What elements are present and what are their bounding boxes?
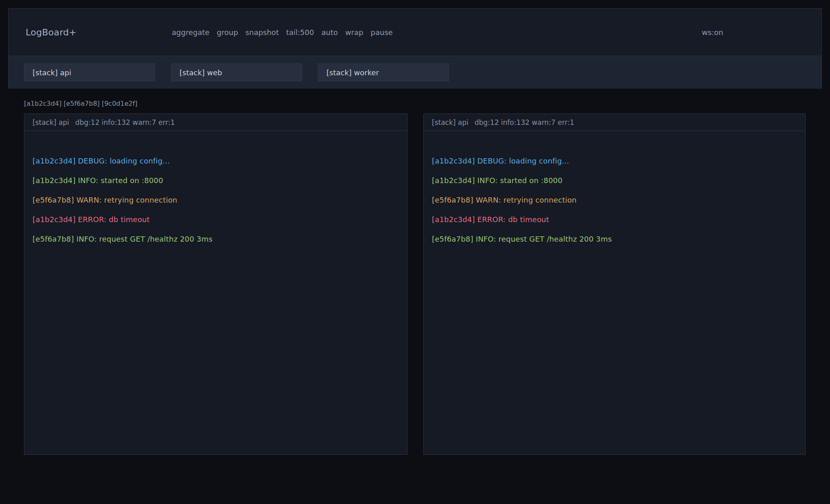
panel-counters: dbg:12 info:132 warn:7 err:1 (475, 118, 574, 127)
log-line: [a1b2c3d4] DEBUG: loading config... (432, 151, 797, 171)
tab-stack-api[interactable]: [stack] api (24, 63, 155, 81)
log-line: [a1b2c3d4] DEBUG: loading config... (33, 151, 399, 171)
log-line: [a1b2c3d4] INFO: started on :8000 (33, 171, 399, 190)
menu-item-pause[interactable]: pause (371, 28, 393, 37)
ws-status: ws:on (702, 9, 723, 56)
log-line: [a1b2c3d4] INFO: started on :8000 (432, 171, 797, 190)
menu-item-auto[interactable]: auto (321, 28, 338, 37)
log-panel-right-body[interactable]: [a1b2c3d4] DEBUG: loading config... [a1b… (424, 131, 805, 454)
panel-title: [stack] api (33, 118, 69, 127)
log-line: [e5f6a7b8] WARN: retrying connection (432, 190, 797, 210)
menu-item-group[interactable]: group (217, 28, 238, 37)
log-panel-left-body[interactable]: [a1b2c3d4] DEBUG: loading config... [a1b… (24, 131, 407, 454)
log-panel-left: [stack] api dbg:12 info:132 warn:7 err:1… (24, 113, 407, 455)
trace-id-row: [a1b2c3d4] [e5f6a7b8] [9c0d1e2f] (24, 100, 138, 108)
topbar: LogBoard+ aggregate group snapshot tail:… (8, 8, 822, 89)
panel-title: [stack] api (432, 118, 469, 127)
menu-item-snapshot[interactable]: snapshot (245, 28, 279, 37)
app-title: LogBoard+ (26, 9, 77, 56)
panel-counters: dbg:12 info:132 warn:7 err:1 (75, 118, 175, 127)
menu-item-wrap[interactable]: wrap (345, 28, 364, 37)
toolbar-menu: aggregate group snapshot tail:500 auto w… (172, 9, 393, 56)
log-line: [a1b2c3d4] ERROR: db timeout (432, 210, 797, 229)
log-panel-left-header: [stack] api dbg:12 info:132 warn:7 err:1 (24, 114, 407, 131)
tab-stack-worker[interactable]: [stack] worker (318, 63, 449, 81)
log-panel-right-header: [stack] api dbg:12 info:132 warn:7 err:1 (424, 114, 805, 131)
log-panel-right: [stack] api dbg:12 info:132 warn:7 err:1… (423, 113, 806, 455)
log-line: [e5f6a7b8] INFO: request GET /healthz 20… (432, 229, 797, 249)
tab-stack-web[interactable]: [stack] web (171, 63, 302, 81)
log-line: [e5f6a7b8] INFO: request GET /healthz 20… (33, 229, 399, 249)
log-line: [a1b2c3d4] ERROR: db timeout (33, 210, 399, 229)
topbar-header: LogBoard+ aggregate group snapshot tail:… (9, 9, 821, 56)
menu-item-aggregate[interactable]: aggregate (172, 28, 210, 37)
log-line: [e5f6a7b8] WARN: retrying connection (33, 190, 399, 210)
stack-tab-row: [stack] api [stack] web [stack] worker (9, 56, 821, 89)
menu-item-tail[interactable]: tail:500 (286, 28, 314, 37)
